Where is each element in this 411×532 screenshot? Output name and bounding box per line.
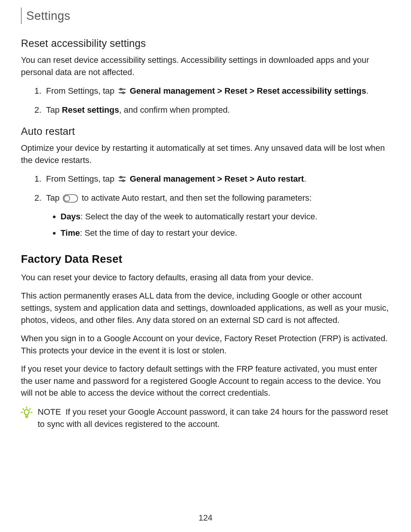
- step-suffix: .: [304, 174, 306, 184]
- sub-bullet-item: Days: Select the day of the week to auto…: [61, 210, 390, 223]
- doc-section-title: Settings: [21, 8, 390, 24]
- sub-bullet-item: Time: Set the time of day to restart you…: [61, 227, 390, 239]
- step-suffix: .: [366, 86, 368, 96]
- svg-point-1: [120, 88, 122, 90]
- svg-point-7: [122, 180, 124, 182]
- lightbulb-icon: [21, 407, 32, 420]
- step-text: Tap: [46, 193, 62, 203]
- step-bold: General management > Reset > Reset acces…: [130, 86, 366, 96]
- bullet-text: : Set the time of day to restart your de…: [80, 228, 237, 238]
- note-label: NOTE: [38, 407, 61, 417]
- step-bold: General management > Reset > Auto restar…: [130, 174, 304, 184]
- svg-point-9: [64, 196, 70, 201]
- intro-reset-accessibility: You can reset device accessibility setti…: [21, 54, 390, 78]
- factory-p2: This action permanently erases ALL data …: [21, 290, 390, 326]
- note-body: If you reset your Google Account passwor…: [38, 407, 388, 429]
- toggle-off-icon: [63, 193, 78, 206]
- sliders-icon: [118, 174, 126, 187]
- step-item: Tap Reset settings, and confirm when pro…: [44, 104, 390, 117]
- note-text: NOTE If you reset your Google Account pa…: [38, 406, 390, 430]
- bullet-bold: Time: [61, 228, 80, 238]
- heading-reset-accessibility: Reset accessibility settings: [21, 38, 390, 50]
- factory-p4: If you reset your device to factory defa…: [21, 363, 390, 399]
- steps-reset-accessibility: From Settings, tap General management > …: [21, 85, 390, 117]
- step-suffix: to activate Auto restart, and then set t…: [82, 193, 312, 203]
- heading-auto-restart: Auto restart: [21, 126, 390, 137]
- heading-factory-data-reset: Factory Data Reset: [21, 253, 390, 265]
- step-bold: Reset settings: [62, 105, 119, 115]
- bullet-text: : Select the day of the week to automati…: [81, 212, 317, 221]
- factory-p3: When you sign in to a Google Account on …: [21, 332, 390, 357]
- svg-line-12: [30, 409, 30, 410]
- step-text: From Settings, tap: [46, 174, 117, 184]
- svg-point-3: [122, 92, 124, 94]
- svg-line-11: [23, 409, 24, 410]
- bullet-bold: Days: [61, 212, 81, 221]
- sub-bullets: Days: Select the day of the week to auto…: [46, 210, 390, 239]
- page-number: 124: [0, 513, 411, 523]
- step-text: Tap: [46, 105, 62, 115]
- steps-auto-restart: From Settings, tap General management > …: [21, 173, 390, 239]
- intro-auto-restart: Optimize your device by restarting it au…: [21, 142, 390, 166]
- step-suffix: , and confirm when prompted.: [119, 105, 230, 115]
- step-text: From Settings, tap: [46, 86, 117, 96]
- step-item: From Settings, tap General management > …: [44, 85, 390, 99]
- svg-point-5: [120, 176, 122, 178]
- step-item: Tap to activate Auto restart, and then s…: [44, 192, 390, 239]
- factory-p1: You can reset your device to factory def…: [21, 272, 390, 284]
- sliders-icon: [118, 86, 126, 99]
- step-item: From Settings, tap General management > …: [44, 173, 390, 187]
- page: Settings Reset accessibility settings Yo…: [0, 0, 411, 532]
- note-block: NOTE If you reset your Google Account pa…: [21, 406, 390, 430]
